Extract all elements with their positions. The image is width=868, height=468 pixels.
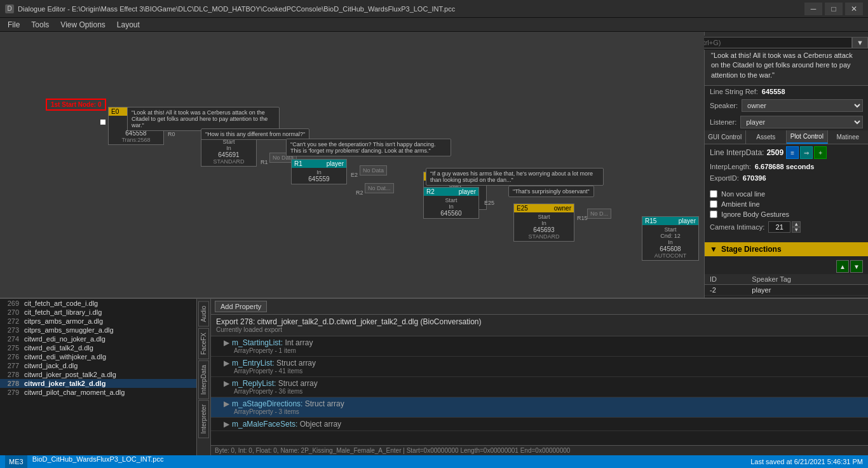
file-list-item[interactable]: 273citprs_ambs_smuggler_a.dlg <box>0 326 196 334</box>
r2-label: R2 <box>356 189 363 196</box>
interp-property-3[interactable]: ▶m_aStageDirections: Struct arrayArrayPr… <box>211 397 868 418</box>
no-data-e2: No Data <box>360 165 387 176</box>
interp-property-0[interactable]: ▶m_StartingList: Int arrayArrayProperty … <box>211 336 868 357</box>
file-name: citwrd_edi_no_joker_a.dlg <box>24 335 105 343</box>
interp-icon-group: ≡ ⇒ + <box>786 146 827 159</box>
menu-view-options[interactable]: View Options <box>55 19 110 31</box>
menu-file[interactable]: File <box>3 19 25 31</box>
line-interp-label: Line InterpData: <box>710 148 764 157</box>
file-list-item[interactable]: 275citwrd_edi_talk2_d.dlg <box>0 343 196 352</box>
speaker-dropdown[interactable]: owner player <box>742 99 863 112</box>
interpreter-tabs: Audio FaceFX InterpData Interpreter <box>197 299 211 455</box>
menu-layout[interactable]: Layout <box>112 19 145 31</box>
node-r15[interactable]: R15player StartCnd: 12 In 645608 AUTOCON… <box>642 216 699 261</box>
titlebar-controls[interactable]: ─ □ ✕ <box>804 3 863 15</box>
prop-type: Struct array <box>276 359 316 368</box>
tab-plot-control[interactable]: Plot Control <box>787 130 828 144</box>
tab-matinee[interactable]: Matinee <box>828 130 869 144</box>
file-list-item[interactable]: 277citwrd_jack_d.dlg <box>0 361 196 370</box>
speaker-row: Speaker: owner player <box>705 97 868 114</box>
minimize-button[interactable]: ─ <box>804 3 822 15</box>
file-list-item[interactable]: 279citwrd_pilot_char_moment_a.dlg <box>0 388 196 397</box>
listener-dropdown[interactable]: player owner <box>740 116 863 128</box>
canvas-area[interactable]: 1st Start Node: 0 E0owner StartIn 645558… <box>0 32 704 298</box>
expand-arrow: ▶ <box>224 399 229 408</box>
e2-label: E2 <box>351 172 358 178</box>
file-list: 269cit_fetch_art_code_i.dlg270cit_fetch_… <box>0 299 196 455</box>
file-num: 270 <box>4 308 19 316</box>
interp-property-1[interactable]: ▶m_EntryList: Struct arrayArrayProperty … <box>211 357 868 377</box>
menu-tools[interactable]: Tools <box>26 19 54 31</box>
interp-property-2[interactable]: ▶m_ReplyList: Struct arrayArrayProperty … <box>211 377 868 397</box>
node-graph: 1st Start Node: 0 E0owner StartIn 645558… <box>0 32 704 298</box>
stage-dir-down-icon[interactable]: ▼ <box>850 260 863 273</box>
non-vocal-checkbox[interactable] <box>710 190 717 198</box>
stage-dir-up-icon[interactable]: ▲ <box>836 260 849 273</box>
file-num: 272 <box>4 317 19 325</box>
file-list-item[interactable]: 270cit_fetch_art_library_i.dlg <box>0 308 196 317</box>
interp-property-4[interactable]: ▶m_aMaleFaceSets: Object array <box>211 418 868 431</box>
export-sub: Currently loaded export <box>216 326 863 333</box>
vtab-facefx[interactable]: FaceFX <box>198 328 209 359</box>
interpreter-scroll[interactable]: Export 278: citwrd_joker_talk2_d.D.citwr… <box>211 315 868 445</box>
vtab-interpdata[interactable]: InterpData <box>198 361 209 399</box>
speech-4: "That's surprisingly observant" <box>508 186 594 197</box>
spin-buttons: ▲ ▼ <box>792 221 801 233</box>
ambient-row: Ambient line <box>705 199 868 209</box>
maximize-button[interactable]: □ <box>825 3 843 15</box>
prop-type: Int array <box>285 338 313 347</box>
stage-dir-collapse-icon: ▼ <box>710 245 717 254</box>
menubar: File Tools View Options Layout <box>0 18 147 32</box>
file-num: 274 <box>4 335 19 343</box>
file-name: citwrd_pilot_char_moment_a.dlg <box>24 389 125 396</box>
spin-up[interactable]: ▲ <box>792 221 801 227</box>
ignore-body-checkbox[interactable] <box>710 210 717 218</box>
node-r1[interactable]: R1player In 645559 <box>291 159 347 184</box>
stage-directions-header[interactable]: ▼ Stage Directions <box>705 242 868 256</box>
stage-dir-icon-group: ▲ ▼ <box>836 260 863 273</box>
titlebar: D Dialogue Editor - E:\Origin\Mass Effec… <box>0 0 868 18</box>
goto-button[interactable]: ▼ <box>852 37 868 48</box>
file-list-item[interactable]: 278citwrd_joker_post_talk2_a.dlg <box>0 370 196 379</box>
tab-assets[interactable]: Assets <box>746 130 787 144</box>
statusbar-file: BioD_CitHub_WardsFluxP3_LOC_INT.pcc <box>32 455 164 468</box>
listener-row: Listener: player owner <box>705 114 868 130</box>
stage-dir-speaker-0: player <box>747 285 868 296</box>
line-string-ref-value: 645558 <box>762 88 785 95</box>
prop-name: m_aMaleFaceSets: <box>232 420 297 429</box>
file-list-item[interactable]: 274citwrd_edi_no_joker_a.dlg <box>0 334 196 343</box>
interp-icon-add[interactable]: + <box>814 146 827 159</box>
node-e1-body: StartIn 645691 STANDARD <box>201 137 256 166</box>
interp-icon-link[interactable]: ⇒ <box>800 146 813 159</box>
tab-gui-control[interactable]: GUI Control <box>705 130 746 144</box>
node-r2[interactable]: R2player StartIn 645560 <box>423 187 479 219</box>
close-button[interactable]: ✕ <box>845 3 863 15</box>
file-list-item[interactable]: 269cit_fetch_art_code_i.dlg <box>0 299 196 308</box>
file-list-item[interactable]: 272citprs_ambs_armor_a.dlg <box>0 317 196 326</box>
interpreter-toolbar: Add Property <box>211 299 868 315</box>
file-list-item[interactable]: 276citwrd_edi_withjoker_a.dlg <box>0 352 196 361</box>
prop-detail: ArrayProperty - 36 items <box>224 388 858 395</box>
interp-icon-lines[interactable]: ≡ <box>786 146 799 159</box>
speech-3: "If a guy waves his arms like that, he's… <box>426 168 604 186</box>
camera-intimacy-input[interactable] <box>768 221 790 233</box>
vtab-audio[interactable]: Audio <box>198 301 209 327</box>
titlebar-left: D Dialogue Editor - E:\Origin\Mass Effec… <box>5 4 455 13</box>
ambient-checkbox[interactable] <box>710 200 717 208</box>
node-e25[interactable]: E25owner StartIn 645693 STANDARD <box>513 203 574 242</box>
spin-down[interactable]: ▼ <box>792 227 801 233</box>
interpreter-content: Add Property Export 278: citwrd_joker_ta… <box>211 299 868 455</box>
file-num: 278 <box>4 371 19 378</box>
interpreter-properties: ▶m_StartingList: Int arrayArrayProperty … <box>211 336 868 431</box>
add-property-button[interactable]: Add Property <box>215 301 267 312</box>
stage-dir-title: Stage Directions <box>721 245 782 254</box>
file-list-item[interactable]: 278citwrd_joker_talk2_d.dlg <box>0 379 196 388</box>
stage-dir-row-0[interactable]: -2 player <box>705 285 868 296</box>
vtab-interpreter[interactable]: Interpreter <box>198 400 209 438</box>
r15-label: R15 <box>577 215 588 221</box>
interpreter-status: Byte: 0, Int: 0, Float: 0, Name: 2P_Kiss… <box>211 445 868 455</box>
prop-type: Object array <box>300 420 341 429</box>
file-num: 273 <box>4 326 19 334</box>
status-line-text: Byte: 0, Int: 0, Float: 0, Name: 2P_Kiss… <box>215 447 570 454</box>
export-id-row: ExportID: 670396 <box>705 172 868 184</box>
